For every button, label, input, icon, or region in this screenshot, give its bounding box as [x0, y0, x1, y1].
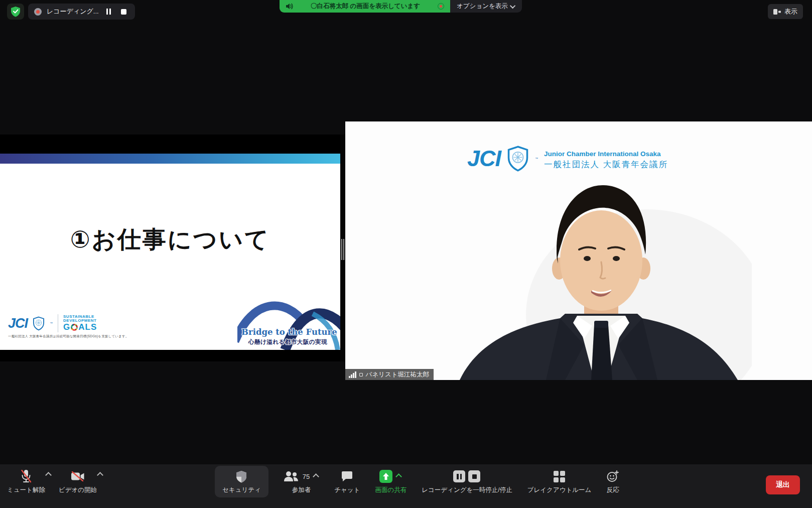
stop-recording-icon[interactable]	[119, 7, 129, 17]
view-button[interactable]: 表示	[768, 4, 803, 19]
bridge-graphic: Bridge to the Future 心懸け溢れる都市大阪の実現	[237, 294, 340, 350]
jci-tm: ™	[535, 157, 538, 160]
view-layout-icon	[773, 9, 781, 15]
slide-caption: 一般社団法人 大阪青年会議所は持続可能な開発目標(SDGs)を支援しています。	[8, 334, 129, 339]
sdgs-g: G	[63, 323, 70, 332]
participants-button[interactable]: 75 参加者	[284, 466, 319, 494]
unmute-label: ミュート解除	[7, 486, 45, 494]
banner-recording-icon	[438, 3, 444, 10]
pause-recording-icon[interactable]	[453, 470, 465, 482]
share-banner-green: 〇白石将太郎 の画面を表示しています	[280, 0, 450, 13]
jci-logo-text: JCI	[8, 316, 28, 331]
share-options-chevron-icon[interactable]	[395, 473, 402, 480]
breakout-rooms-icon	[554, 471, 565, 482]
mic-options-chevron-icon[interactable]	[45, 472, 52, 478]
security-shield-icon	[236, 470, 247, 483]
shared-screen-pane: ①お仕事について JCI ™ SUSTAINABLE DEVELOPMENT G…	[0, 135, 340, 361]
logo-divider	[58, 314, 58, 332]
microphone-muted-icon	[21, 469, 32, 483]
jci-shield-icon	[507, 146, 529, 172]
recording-label: レコーディング...	[47, 7, 99, 16]
toolbar-center-cluster: セキュリティ 75 参加者 チャット	[215, 466, 619, 497]
toolbar-left-cluster: ミュート解除 ビデオの開始	[7, 466, 103, 494]
chat-label: チャット	[334, 486, 360, 494]
bridge-subtitle: 心懸け溢れる都市大阪の実現	[248, 338, 327, 346]
breakout-rooms-label: ブレイクアウトルーム	[527, 486, 592, 494]
share-options-button[interactable]: オプションを表示	[450, 0, 522, 13]
breakout-rooms-button[interactable]: ブレイクアウトルーム	[527, 466, 592, 494]
security-check-icon	[11, 6, 21, 17]
share-screen-button[interactable]: 画面の共有	[375, 466, 407, 494]
start-video-button[interactable]: ビデオの開始	[59, 466, 97, 494]
unmute-button[interactable]: ミュート解除	[7, 466, 45, 494]
recording-controls-button[interactable]: レコーディングを一時停止/停止	[422, 466, 512, 494]
video-options-chevron-icon[interactable]	[97, 472, 103, 478]
reactions-label: 反応	[607, 486, 619, 494]
connection-signal-icon	[349, 371, 356, 378]
share-banner-text: 〇白石将太郎 の画面を表示しています	[298, 2, 433, 11]
recording-indicator-pill: レコーディング...	[28, 4, 135, 20]
bridge-title: Bridge to the Future	[241, 327, 337, 337]
slide-title: ①お仕事について	[70, 224, 270, 256]
slide-bottom-band	[0, 350, 340, 361]
reactions-smiley-icon	[606, 470, 619, 483]
security-button[interactable]: セキュリティ	[215, 466, 268, 497]
jci-osaka-logo: JCI ™ Junior Chamber International Osaka…	[467, 146, 668, 172]
meeting-security-shield[interactable]	[7, 4, 24, 20]
chevron-down-icon	[510, 3, 515, 8]
share-screen-icon	[379, 470, 392, 483]
start-video-label: ビデオの開始	[59, 486, 97, 494]
slide-footer-logos: JCI ™ SUSTAINABLE DEVELOPMENT GALS 一般社団法…	[8, 314, 129, 339]
share-options-label: オプションを表示	[457, 2, 508, 11]
camera-off-icon	[71, 471, 85, 481]
pause-recording-icon[interactable]	[104, 7, 114, 17]
slide-top-band	[0, 135, 340, 154]
panelist-video-tile: JCI ™ Junior Chamber International Osaka…	[345, 121, 812, 380]
view-label: 表示	[784, 7, 797, 16]
stop-recording-icon[interactable]	[468, 470, 480, 482]
participant-name: パネリスト堀江祐太郎	[366, 370, 429, 379]
sdgs-als: ALS	[78, 323, 97, 332]
jci-tm: ™	[50, 322, 53, 325]
jci-logo-text: JCI	[467, 146, 501, 172]
panelist-person	[431, 179, 752, 380]
security-label: セキュリティ	[222, 486, 261, 494]
share-screen-label: 画面の共有	[375, 486, 407, 494]
jci-shield-icon	[33, 316, 45, 331]
leave-meeting-button[interactable]: 退出	[766, 475, 800, 494]
jci-osaka-en: Junior Chamber International Osaka	[544, 150, 668, 159]
recording-dot-icon	[34, 8, 42, 16]
jci-osaka-jp: 一般社団法人 大阪青年会議所	[544, 159, 668, 170]
participants-count: 75	[303, 473, 310, 480]
recording-controls-label: レコーディングを一時停止/停止	[422, 486, 512, 494]
reactions-button[interactable]: 反応	[606, 466, 619, 494]
chat-button[interactable]: チャット	[334, 466, 360, 494]
slide-gradient-bar	[0, 154, 340, 164]
speaker-icon	[286, 3, 293, 10]
participants-icon	[284, 471, 299, 482]
sdgs-logo: SUSTAINABLE DEVELOPMENT GALS	[63, 315, 97, 332]
slide-body: ①お仕事について JCI ™ SUSTAINABLE DEVELOPMENT G…	[0, 164, 340, 350]
mic-status-icon	[359, 373, 363, 376]
chat-icon	[341, 471, 353, 482]
meeting-toolbar: ミュート解除 ビデオの開始 セキュリティ	[0, 464, 812, 508]
participants-label: 参加者	[292, 486, 311, 494]
participant-name-tag: パネリスト堀江祐太郎	[345, 369, 434, 380]
screen-share-banner: 〇白石将太郎 の画面を表示しています オプションを表示	[280, 0, 522, 13]
participants-chevron-icon[interactable]	[313, 473, 319, 480]
pane-divider	[340, 135, 345, 361]
sdgs-wheel-icon	[71, 324, 78, 331]
leave-label: 退出	[776, 480, 790, 488]
pane-resize-handle[interactable]	[341, 239, 344, 260]
sdgs-goals-line: GALS	[63, 323, 97, 332]
